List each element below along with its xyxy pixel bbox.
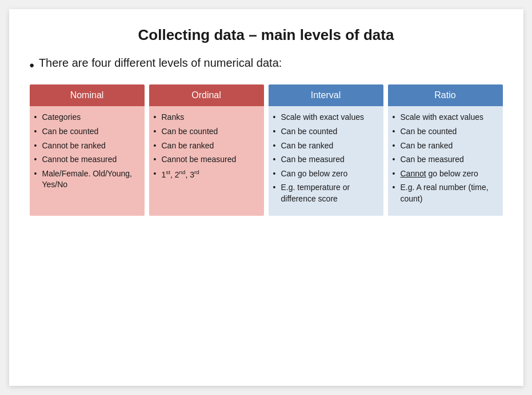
list-item: Cannot go below zero [393,168,497,180]
col-ratio-header: Ratio [388,84,503,106]
bullet-dot: • [30,57,34,74]
list-item: Cannot be ranked [34,140,139,152]
list-item: Can be counted [34,126,139,138]
list-item: Male/Female. Old/Young, Yes/No [34,168,139,191]
intro-bullet: • There are four different levels of num… [30,57,503,74]
intro-text: There are four different levels of numer… [39,57,282,70]
col-interval-header: Interval [269,84,383,106]
list-item: 1st, 2nd, 3rd [154,168,258,180]
list-item: E.g. temperature or difference score [273,182,378,204]
list-item: Cannot be measured [34,154,139,166]
list-item: Ranks [154,112,258,123]
col-ratio-body: Scale with exact valuesCan be countedCan… [388,106,503,215]
list-item: Can be ranked [273,140,378,152]
list-item: Can be counted [154,126,258,138]
list-item: Can be measured [273,154,378,166]
col-ordinal: OrdinalRanksCan be countedCan be rankedC… [149,84,264,215]
col-ordinal-header: Ordinal [149,84,264,106]
col-ratio: RatioScale with exact valuesCan be count… [388,84,503,215]
list-item: Can be ranked [154,140,258,152]
col-nominal-body: CategoriesCan be countedCannot be ranked… [30,106,145,215]
col-ordinal-body: RanksCan be countedCan be rankedCannot b… [149,106,264,215]
list-item: Scale with exact values [273,112,378,123]
list-item: Categories [34,112,139,123]
col-interval: IntervalScale with exact valuesCan be co… [269,84,383,215]
slide: Collecting data – main levels of data • … [9,9,523,386]
col-nominal-header: Nominal [30,84,145,106]
list-item: Can go below zero [273,168,378,180]
list-item: Scale with exact values [393,112,497,123]
list-item: Cannot be measured [154,154,258,166]
list-item: Can be counted [273,126,378,138]
slide-title: Collecting data – main levels of data [30,26,503,44]
list-item: E.g. A real number (time, count) [393,182,497,204]
list-item: Can be ranked [393,140,497,152]
list-item: Can be counted [393,126,497,138]
col-nominal: NominalCategoriesCan be countedCannot be… [30,84,145,215]
col-interval-body: Scale with exact valuesCan be countedCan… [269,106,383,215]
list-item: Can be measured [393,154,497,166]
columns-container: NominalCategoriesCan be countedCannot be… [30,84,503,215]
